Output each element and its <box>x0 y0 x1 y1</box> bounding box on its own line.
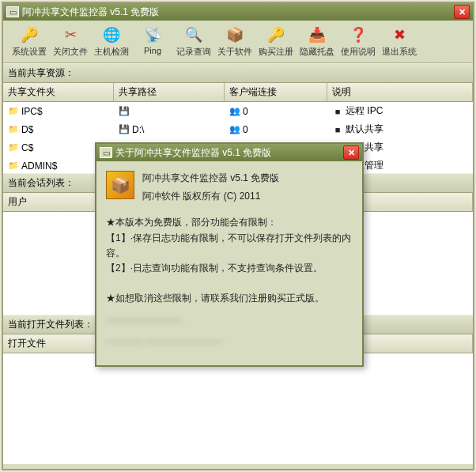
dialog-minimize-icon[interactable]: ▭ <box>100 147 112 158</box>
ping-icon: 📡 <box>143 25 162 44</box>
about-dialog: ▭ 关于阿冲共享文件监控器 v5.1 免费版 ✕ 📦 阿冲共享文件监控器 v5.… <box>95 142 364 367</box>
log-query-label: 记录查询 <box>176 46 211 58</box>
folder-icon: 📁 <box>8 124 19 135</box>
cell-path: D:\ <box>132 124 144 135</box>
toolbar-close-file[interactable]: ✂关闭文件 <box>51 24 90 59</box>
dot-icon: ■ <box>332 124 343 135</box>
toolbar-buy-register[interactable]: 🔑购买注册 <box>256 24 296 59</box>
drive-icon: 💾 <box>119 124 130 135</box>
note2: 【1】·保存日志功能有限制，不可以保存打开文件列表的内容。 <box>106 231 353 261</box>
host-detect-label: 主机检测 <box>94 46 129 58</box>
th-clients[interactable]: 客户端连接 <box>225 83 327 101</box>
hide-tray-icon: 📥 <box>308 25 327 44</box>
cell-folder: C$ <box>21 142 33 153</box>
close-file-icon: ✂ <box>61 25 80 44</box>
drive-icon: 💾 <box>119 106 130 117</box>
table-row[interactable]: 📁D$💾D:\👥0■默认共享 <box>3 120 473 138</box>
help-icon: ❓ <box>349 25 368 44</box>
system-settings-icon: 🔑 <box>20 25 39 44</box>
note1: ★本版本为免费版，部分功能会有限制： <box>106 215 353 230</box>
toolbar-log-query[interactable]: 🔍记录查询 <box>174 24 213 59</box>
toolbar-exit[interactable]: ✖退出系统 <box>380 24 419 59</box>
toolbar-about[interactable]: 📦关于软件 <box>215 24 255 59</box>
cell-folder: ADMIN$ <box>21 160 57 172</box>
cell-desc: 远程 IPC <box>346 104 383 118</box>
main-title: 阿冲共享文件监控器 v5.1 免费版 <box>22 6 454 19</box>
cell-desc: 默认共享 <box>346 123 383 136</box>
about-label: 关于软件 <box>217 46 252 58</box>
folder-icon: 📁 <box>8 106 19 117</box>
about-icon: 📦 <box>225 25 244 44</box>
blurred-text-2: ———— ———————— <box>106 334 353 349</box>
cell-folder: D$ <box>21 124 33 135</box>
people-icon: 👥 <box>229 124 240 135</box>
host-detect-icon: 🌐 <box>102 25 121 44</box>
folder-icon: 📁 <box>8 160 19 172</box>
dialog-titlebar[interactable]: ▭ 关于阿冲共享文件监控器 v5.1 免费版 ✕ <box>96 144 362 161</box>
log-query-icon: 🔍 <box>184 25 203 44</box>
toolbar-hide-tray[interactable]: 📥隐藏托盘 <box>297 24 337 59</box>
exit-label: 退出系统 <box>382 46 417 58</box>
copyright-line: 阿冲软件 版权所有 (C) 2011 <box>142 189 353 204</box>
shares-section-header: 当前共享资源： <box>3 63 473 83</box>
th-desc[interactable]: 说明 <box>327 83 473 101</box>
table-row[interactable]: 📁IPC$💾👥0■远程 IPC <box>3 102 473 120</box>
exit-icon: ✖ <box>390 25 409 44</box>
main-titlebar[interactable]: ▭ 阿冲共享文件监控器 v5.1 免费版 ✕ <box>3 3 473 21</box>
dialog-close-button[interactable]: ✕ <box>343 145 359 160</box>
system-settings-label: 系统设置 <box>12 46 47 58</box>
th-folder[interactable]: 共享文件夹 <box>3 83 114 101</box>
buy-register-label: 购买注册 <box>259 46 293 58</box>
toolbar-help[interactable]: ❓使用说明 <box>338 24 378 59</box>
note3: 【2】·日志查询功能有限制，不支持查询条件设置。 <box>106 261 353 276</box>
ping-label: Ping <box>144 46 161 55</box>
blurred-text-1: ———————— <box>106 313 353 328</box>
dot-icon: ■ <box>332 106 343 117</box>
dialog-title: 关于阿冲共享文件监控器 v5.1 免费版 <box>115 146 343 160</box>
cell-clients: 0 <box>243 124 248 135</box>
th-path[interactable]: 共享路径 <box>114 83 225 101</box>
hide-tray-label: 隐藏托盘 <box>300 46 334 58</box>
shares-table-header: 共享文件夹 共享路径 客户端连接 说明 <box>3 83 473 102</box>
product-line: 阿冲共享文件监控器 v5.1 免费版 <box>142 171 353 186</box>
app-icon: 📦 <box>106 171 134 199</box>
dialog-body: 📦 阿冲共享文件监控器 v5.1 免费版 阿冲软件 版权所有 (C) 2011 … <box>96 161 362 365</box>
people-icon: 👥 <box>229 106 240 117</box>
cell-clients: 0 <box>243 106 248 117</box>
folder-icon: 📁 <box>8 142 19 153</box>
toolbar-system-settings[interactable]: 🔑系统设置 <box>9 24 49 59</box>
main-close-button[interactable]: ✕ <box>454 5 470 19</box>
files-body <box>3 353 473 464</box>
cell-folder: IPC$ <box>21 106 43 117</box>
note4: ★如想取消这些限制，请联系我们注册购买正式版。 <box>106 291 353 306</box>
toolbar: 🔑系统设置✂关闭文件🌐主机检测📡Ping🔍记录查询📦关于软件🔑购买注册📥隐藏托盘… <box>3 21 473 63</box>
toolbar-host-detect[interactable]: 🌐主机检测 <box>92 24 131 59</box>
minimize-icon[interactable]: ▭ <box>6 6 19 17</box>
toolbar-ping[interactable]: 📡Ping <box>133 24 172 59</box>
close-file-label: 关闭文件 <box>53 46 88 58</box>
help-label: 使用说明 <box>341 46 376 58</box>
buy-register-icon: 🔑 <box>266 25 285 44</box>
